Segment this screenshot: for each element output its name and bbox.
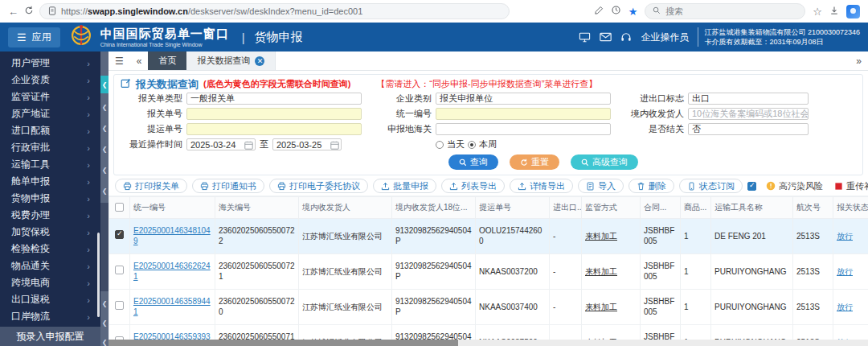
table-row[interactable]: E20250001463481049 236020250605500722 江苏… [109,219,868,254]
search-button[interactable]: 查询 [448,154,498,170]
column-header[interactable]: 监管方式 [582,197,641,219]
sidebar-item[interactable]: 货物申报 › [0,190,100,207]
corp-type-select[interactable]: 报关申报单位 [436,93,611,105]
radio-today[interactable] [436,141,444,149]
sidebar-item[interactable]: 加贸保税 › [0,224,100,241]
date-to-input[interactable]: 2025-03-25 [272,138,342,150]
select-all-checkbox[interactable] [115,203,124,212]
collapse-left-icon[interactable]: ❮ [100,122,108,134]
sidebar-scrollbar[interactable] [97,233,100,317]
decl-type-select[interactable]: 一般报关单 [186,93,362,105]
tab-menu-icon[interactable]: ☰ [108,51,130,70]
tabs-scroll-right-icon[interactable]: » [850,51,868,70]
sidebar-item[interactable]: 原产地证 › [0,105,100,122]
consignee-input[interactable]: 10位海关备案编码或18位社会信用代码 [688,108,809,120]
customs-input[interactable] [436,123,611,135]
back-icon[interactable]: ← [8,6,18,17]
row-checkbox[interactable] [115,301,124,310]
tabs-scroll-left-icon[interactable]: « [130,51,149,70]
sidebar-item[interactable]: 检验检疫 › [0,241,100,257]
status-link[interactable]: 放行 [837,267,853,276]
sidebar-item[interactable]: 口岸物流 › [0,308,100,325]
sidebar-item[interactable]: 跨境电商 › [0,274,100,291]
downloads-icon[interactable] [829,4,839,19]
sidebar-item[interactable]: 行政审批 › [0,139,100,156]
headset-icon[interactable] [620,32,632,43]
status-link[interactable]: 放行 [837,232,853,241]
toolbar-button[interactable]: 导入 [578,179,624,193]
unified-no-link[interactable]: E20250001463593935 [133,332,211,340]
star-icon[interactable]: ★ [628,6,638,18]
sidebar-item[interactable]: 舱单申报 › [0,173,100,190]
address-bar[interactable]: https://swapp.singlewindow.cn/deskserver… [39,3,510,19]
ie-flag-select[interactable]: 出口 [688,93,809,105]
column-header[interactable]: 海关编号 [215,197,299,219]
mail-icon[interactable] [600,32,612,42]
column-header[interactable]: 提运单号 [476,197,550,219]
page-info-icon[interactable] [48,6,56,17]
sidebar-item[interactable]: 用户管理 › [0,55,100,72]
unified-no-link[interactable]: E20250001463481049 [133,226,211,245]
collapse-left-icon[interactable]: ❮ [100,185,108,196]
desktop-icon[interactable] [579,32,591,43]
app-menu-button[interactable]: ☰ 应用 [8,27,60,47]
toolbar-button[interactable]: 状态订阅 [679,179,743,193]
calendar-icon[interactable] [330,141,339,150]
bill-no-input[interactable] [186,123,362,135]
collapse-left-icon[interactable]: ❮ [100,76,108,93]
unified-no-input[interactable] [436,108,611,120]
table-row[interactable]: E20250001463589441 236020250605500720 江苏… [109,290,868,325]
advanced-search-button[interactable]: 高级查询 [571,154,638,170]
status-link[interactable]: 放行 [837,303,853,311]
tab-close-icon[interactable]: ✕ [255,56,264,66]
trade-mode-cell[interactable]: 来料加工 [585,232,617,241]
unified-no-link[interactable]: E20250001463589441 [133,297,211,316]
edit-icon[interactable] [594,4,604,19]
sidebar-item[interactable]: 税费办理 › [0,207,100,224]
sidebar-item[interactable]: 物品通关 › [0,257,100,274]
toolbar-button[interactable]: 打印电子委托协议 [269,179,368,193]
sidebar-item[interactable]: 进口配额 › [0,122,100,139]
column-header[interactable]: 运输工具名称 [711,197,793,219]
toolbar-button[interactable]: 删除 [628,179,674,193]
sidebar-item[interactable]: 运输工具 › [0,156,100,173]
row-checkbox[interactable] [115,230,124,239]
tab-declaration-query[interactable]: 报关数据查询 ✕ [186,51,276,70]
date-from-input[interactable]: 2025-03-24 [186,138,256,150]
toolbar-button[interactable]: 批量申报 [373,179,436,193]
subscribe-checkbox[interactable] [747,182,756,191]
browser-search-input[interactable]: 搜索 [645,3,805,19]
table-row[interactable]: E20250001463593935 236020250605500719 江苏… [109,325,868,340]
collapse-left-icon[interactable]: ❮ [100,317,108,328]
column-header[interactable]: 境内收发货人 [299,197,392,219]
column-header[interactable]: 报关状态 [833,197,868,219]
browser-profile-icon[interactable] [846,5,860,19]
calendar-icon[interactable] [244,141,253,150]
scrollbar-thumb[interactable] [108,340,458,346]
table-row[interactable]: E20250001463626241 236020250605500721 江苏… [109,254,868,290]
closed-select[interactable]: 否 [688,123,809,135]
refresh-icon[interactable] [24,6,34,17]
collapse-left-icon[interactable]: ❮ [100,336,108,346]
decl-no-input[interactable] [186,108,362,120]
toolbar-button[interactable]: 打印通知书 [192,179,264,193]
column-header[interactable]: 航次号 [793,197,833,219]
collapse-left-icon[interactable]: ❮ [100,298,108,309]
row-checkbox[interactable] [115,266,124,274]
sidebar-item[interactable]: 监管证件 › [0,89,100,105]
tab-home[interactable]: 首页 [148,51,186,70]
sidebar-item[interactable]: 出口退税 › [0,291,100,308]
collapse-left-icon[interactable]: ❮ [100,101,108,113]
trade-mode-cell[interactable]: 来料加工 [585,267,617,276]
trade-mode-cell[interactable]: 来料加工 [585,303,617,311]
favorites-icon[interactable]: ☆ [813,6,822,18]
column-header[interactable]: 进出口... [550,197,582,219]
collapse-left-icon[interactable]: ❮ [100,164,108,175]
radio-this-week[interactable] [468,141,476,149]
column-header[interactable]: 合同... [641,197,681,219]
extensions-icon[interactable] [611,4,621,19]
sidebar-item-prerecord-config[interactable]: 预录入申报配置 [0,327,100,346]
toolbar-button[interactable]: 列表导出 [441,179,505,193]
column-header[interactable]: 境内收发货人18位... [392,197,476,219]
sidebar-item[interactable]: 企业资质 › [0,72,100,89]
